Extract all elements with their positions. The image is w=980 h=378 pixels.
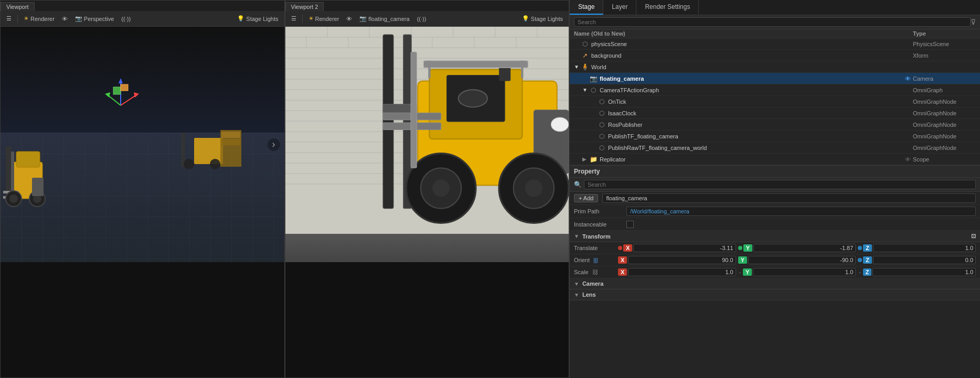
prop-row-path: Prim Path <box>570 205 980 218</box>
xform-icon: ↗ <box>580 52 590 59</box>
vp1-settings-btn[interactable]: ☰ <box>4 14 14 23</box>
scale-y-input[interactable] <box>753 268 856 276</box>
svg-rect-11 <box>11 152 14 193</box>
node-icon: ⬡ <box>597 98 606 105</box>
tree-item-physicsscene[interactable]: ⬡ physicsScene PhysicsScene <box>570 38 980 50</box>
orient-x-input[interactable] <box>628 256 736 264</box>
translate-y-input[interactable] <box>753 244 856 252</box>
viewport-1-canvas[interactable]: › <box>1 27 284 262</box>
stage-search-input[interactable] <box>574 17 971 27</box>
tree-item-isaacoclock[interactable]: ⬡ IsaacClock OmniGraphNode <box>570 107 980 119</box>
vp2-renderer-btn[interactable]: ☀ Renderer <box>306 14 342 23</box>
tree-expand-arrow[interactable]: ▶ <box>582 156 589 162</box>
scale-x-input[interactable] <box>628 268 736 276</box>
vp1-next-arrow[interactable]: › <box>268 138 280 151</box>
svg-line-3 <box>121 95 136 105</box>
viewport-2-canvas[interactable] <box>285 27 569 262</box>
dash-separator: - <box>739 269 741 275</box>
stage-lights-label: Stage Lights <box>246 16 278 22</box>
y-tag: Y <box>743 244 752 252</box>
collapse-arrow: ▼ <box>574 233 579 239</box>
translate-x-input[interactable] <box>633 244 736 252</box>
scale-z-field: - Z <box>858 268 976 276</box>
camera-section-header[interactable]: ▼ Camera <box>570 278 980 289</box>
vp2-settings-btn[interactable]: ☰ <box>289 14 299 23</box>
viewport-1-toolbar: ☰ ☀ Renderer 👁 📷 Perspective <box>1 11 284 27</box>
separator <box>17 15 18 23</box>
transform-label: Transform <box>582 233 611 240</box>
vp1-stage-lights-btn[interactable]: 💡 Stage Lights <box>235 14 281 23</box>
tree-item-publishtf[interactable]: ⬡ PublishTF_floating_camera OmniGraphNod… <box>570 131 980 142</box>
tree-item-floating-camera[interactable]: 📷 floating_camera 👁 Camera <box>570 73 980 84</box>
filter-icon[interactable]: ⊽ <box>971 18 976 26</box>
z-tag-scale: Z <box>863 268 872 276</box>
lens-section-header[interactable]: ▼ Lens <box>570 289 980 300</box>
viewport-2[interactable]: Viewport 2 ☰ ☀ Renderer 👁 <box>285 0 570 378</box>
svg-rect-7 <box>113 87 121 94</box>
dash-separator-2: - <box>859 269 860 275</box>
renderer-label: Renderer <box>30 16 55 22</box>
tree-type: OmniGraphNode <box>913 133 976 139</box>
stage-tree[interactable]: ⬡ physicsScene PhysicsScene ↗ background… <box>570 38 980 165</box>
tree-item-ontick[interactable]: ⬡ OnTick OmniGraphNode <box>570 96 980 107</box>
tree-label: physicsScene <box>591 41 902 47</box>
tree-item-background[interactable]: ↗ background Xform <box>570 50 980 61</box>
transform-section-header[interactable]: ▼ Transform ⊡ <box>570 231 980 242</box>
eye-toggle[interactable]: 👁 <box>902 75 913 82</box>
tree-collapse-arrow[interactable]: ▼ <box>574 64 580 70</box>
vp1-render-mode-btn[interactable]: ((·)) <box>119 15 133 23</box>
tree-item-publishrawtf[interactable]: ⬡ PublishRawTF_floating_camera_world Omn… <box>570 142 980 154</box>
x-tag: X <box>623 244 632 252</box>
translate-y-field: Y <box>738 244 856 252</box>
tab-stage[interactable]: Stage <box>570 0 603 15</box>
instanceable-checkbox[interactable] <box>626 221 634 228</box>
tree-type: OmniGraphNode <box>913 122 976 128</box>
render-mode-icon-2: ((·)) <box>417 16 427 22</box>
svg-point-74 <box>525 180 542 197</box>
vp2-camera-btn[interactable]: 📷 floating_camera <box>357 14 412 23</box>
prim-name-input[interactable] <box>602 193 976 203</box>
orient-y-input[interactable] <box>748 256 856 264</box>
tree-item-cameratf[interactable]: ▼ ⬡ CameraTFActionGraph OmniGraph <box>570 84 980 96</box>
prim-path-input[interactable] <box>626 207 976 216</box>
viewport-1[interactable]: Viewport ☰ ☀ Renderer 👁 <box>0 0 285 378</box>
scale-row: Scale ⛓ X - Y - Z <box>570 266 980 278</box>
tree-header-name-label: Name (Old to New) <box>574 30 902 37</box>
tree-header: Name (Old to New) Type <box>570 29 980 38</box>
viewport-2-tab[interactable]: Viewport 2 <box>285 2 324 11</box>
tab-render-settings[interactable]: Render Settings <box>636 0 699 15</box>
tree-type: Camera <box>913 75 976 82</box>
vp2-render-mode-btn[interactable]: ((·)) <box>414 15 429 23</box>
vp1-renderer-btn[interactable]: ☀ Renderer <box>21 14 57 23</box>
y-tag-orient: Y <box>738 256 747 264</box>
vp1-eye-btn[interactable]: 👁 <box>59 15 70 23</box>
tree-item-world[interactable]: ▼ 🧍 World <box>570 61 980 73</box>
camera-label-2: floating_camera <box>368 16 409 22</box>
property-search-input[interactable] <box>584 180 976 189</box>
folder-icon: 📁 <box>589 156 598 163</box>
svg-rect-8 <box>121 84 128 91</box>
eye-toggle[interactable]: 👁 <box>902 156 913 163</box>
svg-rect-10 <box>6 146 11 193</box>
add-button[interactable]: + Add <box>574 194 598 202</box>
vp2-eye-btn[interactable]: 👁 <box>344 15 355 23</box>
tree-item-replicator[interactable]: ▶ 📁 Replicator 👁 Scope <box>570 154 980 165</box>
scale-label: Scale ⛓ <box>574 269 616 275</box>
vp1-camera-btn[interactable]: 📷 Perspective <box>72 14 116 23</box>
vp2-forklift <box>356 27 569 243</box>
tree-item-rospublisher[interactable]: ⬡ RosPublisher OmniGraphNode <box>570 119 980 131</box>
tree-label: IsaacClock <box>608 110 902 116</box>
render-mode-icon: ((·)) <box>121 16 131 22</box>
orient-y-field: Y <box>738 256 856 264</box>
scale-z-input[interactable] <box>872 268 976 276</box>
world-icon: 🧍 <box>580 63 590 71</box>
orient-z-input[interactable] <box>873 256 976 264</box>
svg-point-16 <box>9 195 18 203</box>
viewport-1-tab[interactable]: Viewport <box>1 2 35 11</box>
translate-x-field: X <box>618 244 736 252</box>
renderer-label-2: Renderer <box>315 16 339 22</box>
vp2-stage-lights-btn[interactable]: 💡 Stage Lights <box>519 14 566 23</box>
tree-collapse-arrow[interactable]: ▼ <box>582 87 589 93</box>
tab-layer[interactable]: Layer <box>603 0 636 15</box>
translate-z-input[interactable] <box>873 244 976 252</box>
